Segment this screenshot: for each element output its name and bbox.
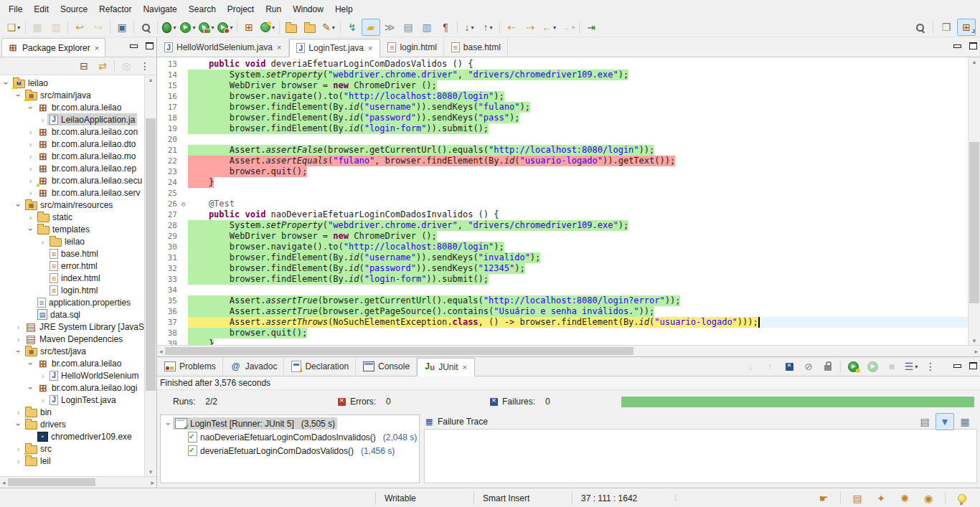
rerun-button[interactable]: [844, 358, 862, 375]
dropdown-arrow-icon[interactable]: ▾: [572, 24, 575, 31]
code-line-36[interactable]: 36 Assert.assertTrue(browser.getPageSour…: [157, 306, 968, 317]
line-number[interactable]: 16: [157, 91, 179, 102]
collapse-arrow-icon[interactable]: ›: [27, 224, 35, 234]
dropdown-arrow-icon[interactable]: ▾: [553, 24, 556, 31]
collapse-arrow-icon[interactable]: ›: [164, 419, 173, 428]
expand-arrow-icon[interactable]: ›: [14, 445, 23, 453]
minimize-view-button[interactable]: [128, 41, 138, 51]
debug-button[interactable]: ▾: [160, 19, 179, 36]
open-console-button[interactable]: ▣: [113, 19, 131, 36]
tree-item-leil[interactable]: ›leil: [0, 455, 144, 467]
dropdown-arrow-icon[interactable]: ▾: [489, 24, 492, 31]
tree-item-templates[interactable]: ›templates: [0, 223, 144, 235]
tree-item-src-test-java[interactable]: ›src/test/java: [0, 345, 144, 357]
search-button[interactable]: [910, 19, 929, 36]
code-line-20[interactable]: 20: [157, 134, 968, 145]
collapse-arrow-icon[interactable]: ›: [14, 420, 23, 429]
view-menu-button[interactable]: ⋮: [136, 57, 154, 75]
last-edit-location-button[interactable]: ⇥: [582, 19, 600, 36]
tree-item-drivers[interactable]: ›drivers: [0, 418, 144, 430]
previous-edit-button[interactable]: ⇠: [502, 19, 521, 36]
tree-item-src-main-resources[interactable]: ›src/main/resources: [0, 199, 144, 211]
code-line-28[interactable]: 28 System.setProperty("webdriver.chrome.…: [157, 220, 968, 231]
scroll-left-icon[interactable]: ◂: [157, 348, 165, 355]
tab-junit[interactable]: JUnit×: [417, 358, 475, 376]
dropdown-arrow-icon[interactable]: ▾: [17, 24, 20, 31]
line-number[interactable]: 34: [157, 285, 179, 295]
tree-item-br-com-alura-leilao-secu[interactable]: ›br.com.alura.leilao.secu: [0, 174, 144, 186]
maximize-editor-button[interactable]: [968, 41, 978, 51]
intro-tutorials-button[interactable]: ✦: [872, 490, 890, 507]
tree-item-br-com-alura-leilao-serv[interactable]: ›br.com.alura.leilao.serv: [0, 186, 144, 199]
close-tab-icon[interactable]: ×: [276, 43, 282, 52]
collapse-all-button[interactable]: ⊟: [75, 57, 93, 75]
line-number[interactable]: 24: [157, 177, 179, 188]
code-line-39[interactable]: 39 }: [157, 338, 968, 345]
tree-item-helloworldselenium[interactable]: ›HelloWorldSelenium: [0, 369, 144, 382]
collapse-arrow-icon[interactable]: ›: [14, 200, 23, 209]
line-number[interactable]: 23: [157, 166, 179, 177]
intro-overview-button[interactable]: ▤: [848, 490, 867, 507]
expand-arrow-icon[interactable]: ›: [14, 323, 23, 331]
dropdown-arrow-icon[interactable]: ▾: [915, 364, 918, 370]
new-wizard-button[interactable]: ❏▾: [4, 19, 23, 36]
menu-refactor[interactable]: Refactor: [93, 1, 137, 17]
tree-item-index-html[interactable]: index.html: [0, 272, 144, 284]
intro-samples-button[interactable]: ✺: [895, 490, 914, 507]
open-folder-2-button[interactable]: [301, 19, 319, 36]
line-number[interactable]: 27: [157, 209, 179, 220]
editor-vertical-scrollbar[interactable]: ▴ ▾: [968, 57, 980, 345]
tree-item-jre-system-library-javase[interactable]: ›JRE System Library [JavaSE: [0, 321, 144, 333]
line-number[interactable]: 35: [157, 295, 179, 306]
next-edit-button[interactable]: ⇢: [521, 19, 540, 36]
tree-item-src-main-java[interactable]: ›src/main/java: [0, 89, 144, 101]
code-line-24[interactable]: 24 }: [157, 177, 968, 188]
code-line-31[interactable]: 31 browser.findElement(By.id("username")…: [157, 252, 968, 263]
external-tools-button[interactable]: ✎▾: [319, 19, 338, 36]
line-number[interactable]: 30: [157, 242, 179, 252]
menu-help[interactable]: Help: [329, 1, 359, 17]
line-number[interactable]: 21: [157, 145, 179, 156]
tree-item-br-com-alura-leilao-dto[interactable]: ›br.com.alura.leilao.dto: [0, 138, 144, 150]
test-result-deveriaefetuarlogincomdadosvalidos[interactable]: deveriaEfetuarLoginComDadosValidos()(1,4…: [161, 444, 419, 458]
expand-arrow-icon[interactable]: ›: [26, 189, 35, 197]
show-source-button[interactable]: ▥: [418, 19, 436, 36]
line-number[interactable]: 29: [157, 231, 179, 242]
compare-result-button[interactable]: ▦: [956, 413, 974, 430]
expand-arrow-icon[interactable]: ›: [26, 140, 35, 148]
view-menu-button[interactable]: ⋮: [921, 358, 940, 375]
code-line-35[interactable]: 35 Assert.assertTrue(browser.getCurrentU…: [157, 295, 968, 306]
mark-occurrences-button[interactable]: ▰: [362, 19, 380, 36]
line-number[interactable]: 22: [157, 156, 179, 166]
line-number[interactable]: 31: [157, 252, 179, 263]
collapse-arrow-icon[interactable]: ›: [27, 383, 35, 392]
collapse-arrow-icon[interactable]: ›: [14, 346, 23, 356]
package-explorer-tab[interactable]: Package Explorer ×: [1, 38, 105, 57]
tab-base-html[interactable]: base.html: [444, 38, 508, 57]
code-line-13[interactable]: 13 public void deveriaEfetuarLoginComDad…: [157, 59, 968, 70]
close-tab-icon[interactable]: ×: [461, 363, 467, 371]
collapse-arrow-icon[interactable]: ›: [2, 78, 11, 87]
tree-item-maven-dependencies[interactable]: ›Maven Dependencies: [0, 333, 144, 345]
expand-arrow-icon[interactable]: ›: [14, 408, 23, 417]
tree-item-br-com-alura-leilao-logi[interactable]: ›br.com.alura.leilao.logi: [0, 382, 144, 394]
line-number[interactable]: 13: [157, 59, 179, 70]
tree-item-static[interactable]: ›static: [0, 211, 144, 223]
scrollbar-thumb[interactable]: [165, 347, 633, 355]
line-number[interactable]: 28: [157, 220, 179, 231]
menu-file[interactable]: File: [3, 1, 28, 17]
scrollbar-thumb[interactable]: [969, 142, 979, 303]
tree-item-leilao[interactable]: ›leilao: [0, 77, 144, 89]
code-line-33[interactable]: 33 browser.findElement(By.id("login-form…: [157, 274, 968, 285]
collapse-arrow-icon[interactable]: ›: [27, 103, 35, 112]
code-line-18[interactable]: 18 browser.findElement(By.id("password")…: [157, 113, 968, 123]
tree-item-br-com-alura-leilao[interactable]: ›br.com.alura.leilao: [0, 101, 144, 113]
test-result-logintest-runner-junit-5[interactable]: ›LoginTest [Runner: JUnit 5](3,505 s): [161, 417, 419, 430]
line-number[interactable]: 36: [157, 306, 179, 317]
menu-window[interactable]: Window: [287, 1, 329, 17]
expand-arrow-icon[interactable]: ›: [26, 164, 35, 173]
dropdown-arrow-icon[interactable]: ▾: [471, 24, 473, 31]
line-number[interactable]: 18: [157, 113, 179, 123]
maximize-view-button[interactable]: [144, 41, 154, 51]
code-line-21[interactable]: 21 Assert.assertFalse(browser.getCurrent…: [157, 145, 968, 156]
